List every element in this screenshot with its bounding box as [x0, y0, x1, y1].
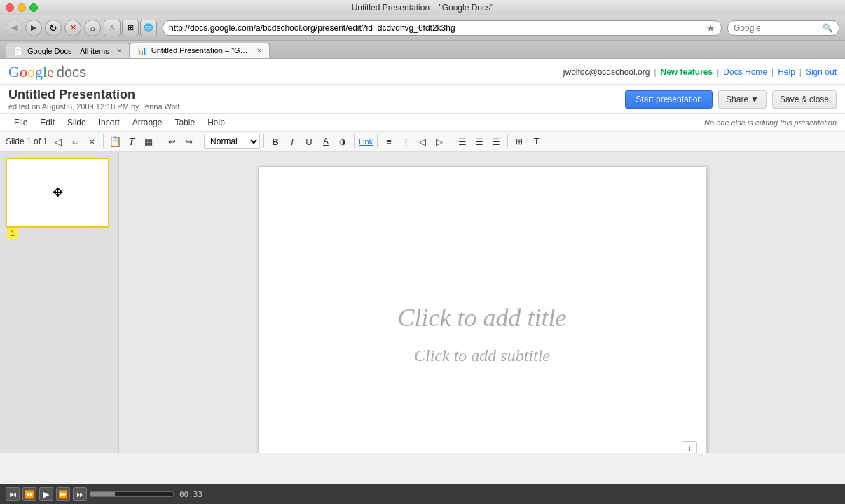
toolbar-separator-6 — [377, 134, 378, 148]
media-skip-forward-button[interactable]: ⏭ — [73, 487, 87, 501]
menu-arrange[interactable]: Arrange — [127, 115, 168, 130]
menu-bar: File Edit Slide Insert Arrange Table Hel… — [0, 114, 845, 132]
tab-label-1: Untitled Presentation – "Google... — [151, 46, 249, 55]
browser-titlebar: Untitled Presentation – "Google Docs" — [0, 0, 845, 15]
media-skip-back-button[interactable]: ⏮ — [6, 487, 20, 501]
home-button[interactable]: ⌂ — [84, 20, 101, 36]
undo-button[interactable]: ↩ — [164, 134, 179, 149]
bookmark-button-1[interactable]: ☆ — [104, 20, 121, 36]
logo-g: G — [8, 63, 20, 80]
tab-1[interactable]: 📊 Untitled Presentation – "Google... ✕ — [130, 43, 270, 58]
back-button[interactable]: ◀ — [6, 20, 22, 36]
align-center-button[interactable]: ☰ — [472, 134, 487, 149]
align-left-button[interactable]: ☰ — [455, 134, 470, 149]
new-features-link[interactable]: New features — [661, 67, 713, 77]
user-email: jwolfoc@bcdschool.org — [563, 67, 650, 77]
more-options-button[interactable]: ⊞ — [511, 134, 527, 149]
presentation-title[interactable]: Untitled Presentation — [8, 88, 179, 102]
stop-button[interactable]: ✕ — [64, 20, 81, 36]
toolbar-separator-1 — [103, 134, 104, 148]
menu-slide[interactable]: Slide — [62, 115, 92, 130]
title-placeholder[interactable]: Click to add title — [398, 303, 567, 332]
redo-button[interactable]: ↪ — [181, 134, 196, 149]
logo-google: Google — [8, 63, 54, 81]
slide-nav-prev-button[interactable]: ◁ — [50, 134, 66, 149]
slide-nav-close-button[interactable]: ✕ — [84, 134, 99, 149]
search-icon[interactable]: 🔍 — [823, 23, 833, 33]
bottom-bar: ⏮ ⏪ ▶ ⏩ ⏭ 00:33 — [0, 484, 845, 504]
logo-o1: o — [20, 63, 27, 80]
underline-button[interactable]: U — [301, 134, 317, 149]
ordered-list-button[interactable]: ≡ — [381, 134, 397, 149]
media-rewind-button[interactable]: ⏪ — [22, 487, 36, 501]
italic-button[interactable]: I — [284, 134, 300, 149]
text-style-button[interactable]: T̲ — [528, 134, 544, 149]
start-presentation-button[interactable]: Start presentation — [625, 90, 713, 108]
zoom-in-button[interactable]: + — [682, 441, 697, 453]
reload-button[interactable]: ↻ — [45, 20, 62, 36]
media-play-button[interactable]: ▶ — [39, 487, 53, 501]
text-color-button[interactable]: A — [318, 134, 334, 149]
address-input[interactable] — [169, 23, 706, 33]
unordered-list-button[interactable]: ⋮ — [398, 134, 413, 149]
presentation-buttons: Start presentation Share ▼ Save & close — [625, 90, 837, 108]
slide-nav-small-button[interactable]: ▭ — [67, 134, 83, 149]
tab-0[interactable]: 📄 Google Docs – All items ✕ — [6, 43, 130, 58]
insert-text-button[interactable]: 📋 — [107, 134, 123, 149]
sep-2: | — [717, 67, 719, 77]
sign-out-link[interactable]: Sign out — [806, 67, 837, 77]
tab-close-1[interactable]: ✕ — [256, 47, 262, 55]
share-button[interactable]: Share ▼ — [718, 90, 767, 108]
tab-close-0[interactable]: ✕ — [116, 47, 122, 55]
media-fast-forward-button[interactable]: ⏩ — [56, 487, 70, 501]
search-input[interactable] — [734, 23, 823, 33]
maximize-window-button[interactable] — [29, 4, 38, 12]
search-bar-container: 🔍 — [727, 20, 839, 36]
slide-thumbnail-1[interactable]: ✥ 1 — [6, 158, 109, 227]
logo-o2: o — [27, 63, 35, 80]
menu-help[interactable]: Help — [202, 115, 231, 130]
traffic-lights — [6, 4, 38, 12]
forward-button[interactable]: ▶ — [25, 20, 42, 36]
toolbar-separator-5 — [354, 134, 355, 148]
presentation-header: Untitled Presentation edited on August 6… — [0, 85, 845, 114]
time-display: 00:33 — [179, 490, 202, 499]
menu-edit[interactable]: Edit — [34, 115, 60, 130]
menu-file[interactable]: File — [8, 115, 33, 130]
browser-tabs: 📄 Google Docs – All items ✕ 📊 Untitled P… — [0, 41, 845, 59]
toolbar-separator-8 — [507, 134, 508, 148]
toolbar-separator-3 — [200, 134, 200, 148]
logo-docs: docs — [57, 64, 86, 80]
minimize-window-button[interactable] — [18, 4, 26, 12]
docs-home-link[interactable]: Docs Home — [723, 67, 767, 77]
bookmark-button-2[interactable]: ⊞ — [122, 20, 139, 36]
text-tool-button[interactable]: T — [124, 134, 139, 149]
menu-table[interactable]: Table — [169, 115, 200, 130]
slide-canvas[interactable]: Click to add title Click to add subtitle… — [258, 166, 706, 453]
subtitle-placeholder[interactable]: Click to add subtitle — [414, 346, 550, 365]
progress-bar-fill — [90, 492, 115, 496]
progress-bar[interactable] — [90, 491, 174, 497]
bookmark-button-3[interactable]: 🌐 — [140, 20, 157, 36]
image-tool-button[interactable]: ▦ — [141, 134, 156, 149]
menu-insert[interactable]: Insert — [93, 115, 125, 130]
indent-less-button[interactable]: ◁ — [415, 134, 430, 149]
bookmark-star-icon[interactable]: ★ — [706, 22, 715, 34]
browser-toolbar: ◀ ▶ ↻ ✕ ⌂ ☆ ⊞ 🌐 ★ 🔍 — [0, 15, 845, 41]
window-title: Untitled Presentation – "Google Docs" — [352, 3, 494, 13]
align-right-button[interactable]: ☰ — [488, 134, 504, 149]
help-link[interactable]: Help — [778, 67, 795, 77]
link-button[interactable]: Link — [358, 134, 373, 149]
share-chevron-icon: ▼ — [750, 94, 759, 104]
highlight-button[interactable]: ◑ — [335, 134, 350, 149]
slide-nav-buttons: ◁ ▭ ✕ — [50, 134, 99, 149]
format-select[interactable]: Normal — [204, 134, 260, 149]
indent-more-button[interactable]: ▷ — [432, 134, 447, 149]
save-close-button[interactable]: Save & close — [772, 90, 837, 108]
collaboration-status: No one else is editing this presentation — [704, 118, 837, 127]
google-docs-logo: Google docs — [8, 63, 86, 81]
toolbar-separator-7 — [451, 134, 451, 148]
toolbar-separator-4 — [263, 134, 264, 148]
bold-button[interactable]: B — [268, 134, 283, 149]
close-window-button[interactable] — [6, 4, 14, 12]
